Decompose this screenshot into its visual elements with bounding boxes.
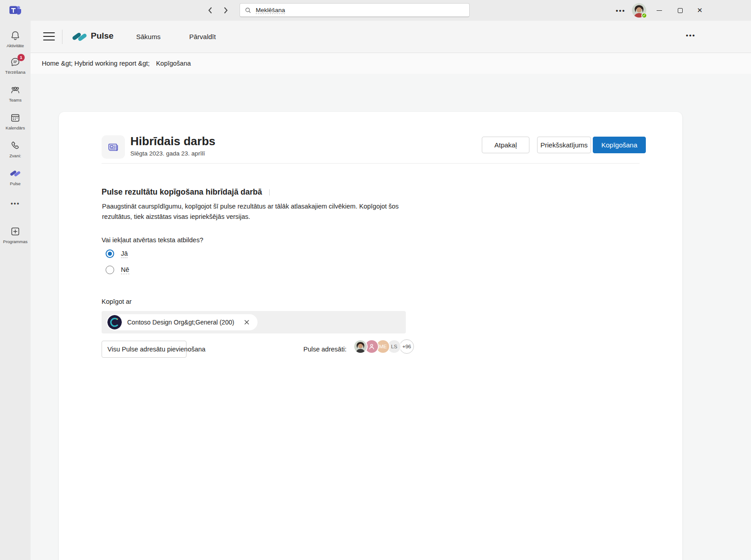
sidebar-item-more[interactable]: ••• (0, 200, 31, 208)
maximize-icon[interactable] (673, 4, 687, 16)
sidebar-item-label: Aktivitāte (0, 43, 31, 48)
radio-label: Nē (121, 266, 129, 274)
cursor-tick (269, 189, 270, 196)
teams-window: Meklēšana ••• ✓ ✕ Aktivitāte (0, 0, 751, 560)
search-value: Meklēšana (256, 7, 285, 14)
teams-logo (8, 3, 22, 18)
divider (102, 163, 640, 164)
breadcrumb-path[interactable]: Home &gt; Hybrid working report &gt; (42, 60, 150, 67)
divider (62, 30, 62, 44)
sidebar-item-label: Teams (0, 98, 31, 102)
user-avatar[interactable]: ✓ (632, 3, 646, 18)
report-newspaper-icon (107, 141, 120, 153)
search-icon (244, 7, 252, 14)
avatar-overflow-count[interactable]: +96 (400, 339, 414, 354)
page-subtitle: Slēgta 2023. gada 23. aprīlī (130, 150, 205, 157)
minimize-icon[interactable] (653, 4, 666, 16)
avatar-photo (353, 339, 368, 354)
main-area: Pulse Sākums Pārvaldīt ••• Home &gt; Hyb… (31, 21, 751, 560)
sidebar-item-chat[interactable]: 1 Tērzēšana (0, 57, 31, 75)
phone-icon (10, 140, 21, 151)
breadcrumb: Home &gt; Hybrid working report &gt; Kop… (31, 53, 751, 74)
tab-manage[interactable]: Pārvaldīt (189, 33, 216, 40)
chat-badge: 1 (18, 54, 25, 61)
bell-icon (10, 30, 21, 41)
more-options-icon[interactable]: ••• (686, 31, 696, 39)
radio-label: Jā (121, 250, 128, 258)
sidebar-item-apps[interactable]: Programmas (0, 226, 31, 244)
preview-button[interactable]: Priekšskatījums (537, 137, 591, 153)
search-input[interactable]: Meklēšana (240, 3, 470, 17)
radio-unselected-icon[interactable] (106, 266, 114, 274)
back-button[interactable]: Atpakaļ (482, 137, 529, 153)
people-icon (10, 84, 21, 95)
radio-selected-icon[interactable] (106, 249, 114, 258)
tab-home[interactable]: Sākums (136, 33, 160, 40)
sidebar-item-label: Zvani: (0, 153, 31, 158)
chip-close-icon[interactable] (243, 319, 250, 326)
status-available-icon: ✓ (641, 13, 647, 18)
ellipsis-icon: ••• (11, 200, 20, 207)
sidebar-item-teams[interactable]: Teams (0, 84, 31, 102)
sidebar-item-pulse[interactable]: Pulse (0, 168, 31, 186)
app-title: Pulse (91, 31, 114, 41)
pulse-icon (10, 168, 21, 179)
recipient-chip-label: Contoso Design Org&gt;General (200) (127, 319, 234, 326)
recipients-label: Pulse adresāti: (303, 346, 347, 353)
recipients-input[interactable]: Contoso Design Org&gt;General (200) (102, 311, 406, 333)
app-rail: Aktivitāte 1 Tērzēšana Teams (0, 21, 31, 560)
hamburger-menu-icon[interactable] (43, 31, 55, 41)
open-text-question: Vai iekļaut atvērtas teksta atbildes? (102, 236, 203, 244)
close-icon[interactable]: ✕ (693, 4, 707, 16)
apps-plus-icon (10, 226, 21, 237)
calendar-icon (10, 112, 21, 123)
sidebar-item-activity[interactable]: Aktivitāte (0, 30, 31, 48)
report-icon-tile (102, 135, 125, 159)
recipient-chip[interactable]: Contoso Design Org&gt;General (200) (107, 314, 258, 330)
radio-option-yes[interactable]: Jā (106, 249, 128, 258)
sidebar-item-label: Kalendārs (0, 125, 31, 130)
sidebar-item-calls[interactable]: Zvani: (0, 140, 31, 158)
window-titlebar: Meklēšana ••• ✓ ✕ (0, 0, 751, 21)
sidebar-item-label: Tērzēšana (0, 70, 31, 75)
content-area: Hibrīdais darbs Slēgta 2023. gada 23. ap… (31, 74, 751, 560)
sidebar-item-label: Programmas (0, 239, 31, 244)
pulse-appbar: Pulse Sākums Pārvaldīt ••• (31, 21, 751, 53)
sidebar-item-calendar[interactable]: Kalendārs (0, 112, 31, 130)
recipients-avatar-stack[interactable]: ME LS +96 (353, 339, 414, 354)
sidebar-item-label: Pulse (0, 181, 31, 186)
share-button[interactable]: Kopīgošana (593, 137, 646, 153)
pulse-app-logo (72, 29, 87, 44)
page-title: Hibrīdais darbs (130, 134, 215, 148)
section-heading: Pulse rezultātu kopīgošana hibrīdajā dar… (102, 187, 270, 197)
titlebar-more-icon[interactable]: ••• (615, 5, 627, 15)
section-description: Paaugstināt caurspīdīgumu, kopīgojot šī … (102, 201, 419, 222)
contoso-logo-icon (107, 315, 122, 329)
add-all-recipients-button[interactable]: Visu Pulse adresātu pievienošana (102, 341, 187, 358)
back-icon[interactable] (206, 6, 215, 15)
breadcrumb-current: Kopīgošana (156, 60, 191, 67)
forward-icon[interactable] (221, 6, 230, 15)
share-card: Hibrīdais darbs Slēgta 2023. gada 23. ap… (59, 112, 682, 560)
share-with-label: Kopīgot ar (102, 298, 132, 305)
radio-option-no[interactable]: Nē (106, 266, 129, 274)
